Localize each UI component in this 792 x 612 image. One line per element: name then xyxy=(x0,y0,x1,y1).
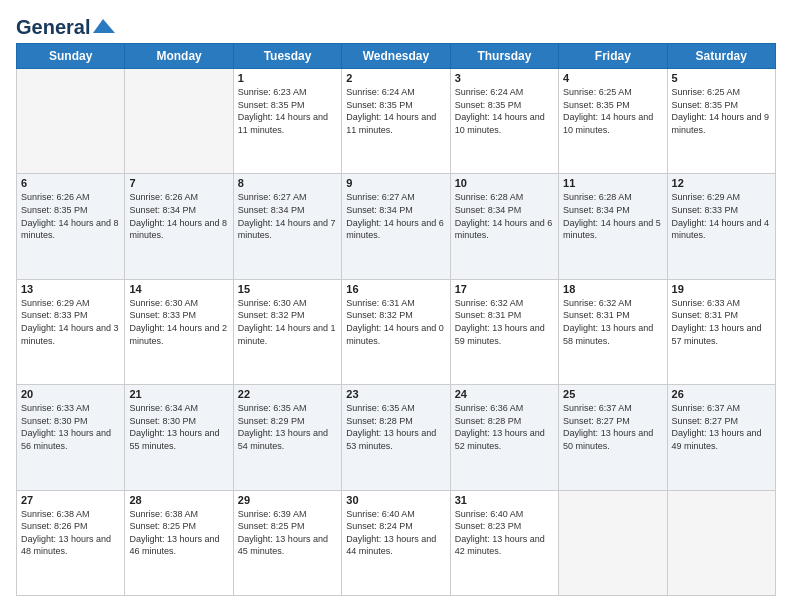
day-info: Sunrise: 6:33 AM Sunset: 8:30 PM Dayligh… xyxy=(21,402,120,452)
logo: General xyxy=(16,16,115,35)
calendar-cell: 5Sunrise: 6:25 AM Sunset: 8:35 PM Daylig… xyxy=(667,69,775,174)
day-info: Sunrise: 6:35 AM Sunset: 8:29 PM Dayligh… xyxy=(238,402,337,452)
day-number: 10 xyxy=(455,177,554,189)
day-number: 27 xyxy=(21,494,120,506)
dow-header-monday: Monday xyxy=(125,44,233,69)
calendar-cell: 24Sunrise: 6:36 AM Sunset: 8:28 PM Dayli… xyxy=(450,385,558,490)
calendar-cell: 23Sunrise: 6:35 AM Sunset: 8:28 PM Dayli… xyxy=(342,385,450,490)
week-row-4: 27Sunrise: 6:38 AM Sunset: 8:26 PM Dayli… xyxy=(17,490,776,595)
day-number: 21 xyxy=(129,388,228,400)
day-number: 1 xyxy=(238,72,337,84)
day-number: 3 xyxy=(455,72,554,84)
day-info: Sunrise: 6:27 AM Sunset: 8:34 PM Dayligh… xyxy=(346,191,445,241)
day-number: 4 xyxy=(563,72,662,84)
dow-header-saturday: Saturday xyxy=(667,44,775,69)
dow-header-thursday: Thursday xyxy=(450,44,558,69)
calendar-cell: 2Sunrise: 6:24 AM Sunset: 8:35 PM Daylig… xyxy=(342,69,450,174)
day-number: 6 xyxy=(21,177,120,189)
day-number: 20 xyxy=(21,388,120,400)
day-number: 17 xyxy=(455,283,554,295)
calendar-cell: 4Sunrise: 6:25 AM Sunset: 8:35 PM Daylig… xyxy=(559,69,667,174)
day-info: Sunrise: 6:33 AM Sunset: 8:31 PM Dayligh… xyxy=(672,297,771,347)
logo-icon xyxy=(93,19,115,33)
day-info: Sunrise: 6:27 AM Sunset: 8:34 PM Dayligh… xyxy=(238,191,337,241)
logo-text-general: General xyxy=(16,16,90,39)
calendar-cell: 31Sunrise: 6:40 AM Sunset: 8:23 PM Dayli… xyxy=(450,490,558,595)
calendar-cell: 3Sunrise: 6:24 AM Sunset: 8:35 PM Daylig… xyxy=(450,69,558,174)
calendar-cell xyxy=(17,69,125,174)
calendar-cell xyxy=(125,69,233,174)
svg-marker-0 xyxy=(93,19,115,33)
day-number: 19 xyxy=(672,283,771,295)
day-info: Sunrise: 6:32 AM Sunset: 8:31 PM Dayligh… xyxy=(455,297,554,347)
day-number: 9 xyxy=(346,177,445,189)
calendar-cell: 10Sunrise: 6:28 AM Sunset: 8:34 PM Dayli… xyxy=(450,174,558,279)
day-number: 31 xyxy=(455,494,554,506)
calendar-cell: 16Sunrise: 6:31 AM Sunset: 8:32 PM Dayli… xyxy=(342,279,450,384)
day-info: Sunrise: 6:36 AM Sunset: 8:28 PM Dayligh… xyxy=(455,402,554,452)
day-info: Sunrise: 6:40 AM Sunset: 8:24 PM Dayligh… xyxy=(346,508,445,558)
dow-header-friday: Friday xyxy=(559,44,667,69)
day-number: 13 xyxy=(21,283,120,295)
calendar-cell: 12Sunrise: 6:29 AM Sunset: 8:33 PM Dayli… xyxy=(667,174,775,279)
calendar-cell: 22Sunrise: 6:35 AM Sunset: 8:29 PM Dayli… xyxy=(233,385,341,490)
calendar-cell: 30Sunrise: 6:40 AM Sunset: 8:24 PM Dayli… xyxy=(342,490,450,595)
calendar-cell: 27Sunrise: 6:38 AM Sunset: 8:26 PM Dayli… xyxy=(17,490,125,595)
week-row-3: 20Sunrise: 6:33 AM Sunset: 8:30 PM Dayli… xyxy=(17,385,776,490)
week-row-1: 6Sunrise: 6:26 AM Sunset: 8:35 PM Daylig… xyxy=(17,174,776,279)
day-number: 8 xyxy=(238,177,337,189)
day-number: 16 xyxy=(346,283,445,295)
day-info: Sunrise: 6:25 AM Sunset: 8:35 PM Dayligh… xyxy=(672,86,771,136)
calendar-cell: 13Sunrise: 6:29 AM Sunset: 8:33 PM Dayli… xyxy=(17,279,125,384)
calendar-cell: 15Sunrise: 6:30 AM Sunset: 8:32 PM Dayli… xyxy=(233,279,341,384)
day-info: Sunrise: 6:28 AM Sunset: 8:34 PM Dayligh… xyxy=(563,191,662,241)
day-info: Sunrise: 6:28 AM Sunset: 8:34 PM Dayligh… xyxy=(455,191,554,241)
week-row-0: 1Sunrise: 6:23 AM Sunset: 8:35 PM Daylig… xyxy=(17,69,776,174)
day-number: 26 xyxy=(672,388,771,400)
days-of-week-row: SundayMondayTuesdayWednesdayThursdayFrid… xyxy=(17,44,776,69)
day-info: Sunrise: 6:34 AM Sunset: 8:30 PM Dayligh… xyxy=(129,402,228,452)
calendar-cell: 29Sunrise: 6:39 AM Sunset: 8:25 PM Dayli… xyxy=(233,490,341,595)
day-info: Sunrise: 6:24 AM Sunset: 8:35 PM Dayligh… xyxy=(346,86,445,136)
calendar-cell xyxy=(559,490,667,595)
day-info: Sunrise: 6:37 AM Sunset: 8:27 PM Dayligh… xyxy=(563,402,662,452)
page: General SundayMondayTuesdayWednesdayThur… xyxy=(0,0,792,612)
day-info: Sunrise: 6:38 AM Sunset: 8:25 PM Dayligh… xyxy=(129,508,228,558)
day-info: Sunrise: 6:32 AM Sunset: 8:31 PM Dayligh… xyxy=(563,297,662,347)
day-number: 23 xyxy=(346,388,445,400)
calendar-cell: 19Sunrise: 6:33 AM Sunset: 8:31 PM Dayli… xyxy=(667,279,775,384)
day-number: 30 xyxy=(346,494,445,506)
calendar-cell: 21Sunrise: 6:34 AM Sunset: 8:30 PM Dayli… xyxy=(125,385,233,490)
day-info: Sunrise: 6:23 AM Sunset: 8:35 PM Dayligh… xyxy=(238,86,337,136)
day-number: 24 xyxy=(455,388,554,400)
dow-header-wednesday: Wednesday xyxy=(342,44,450,69)
logo-block: General xyxy=(16,16,115,39)
day-number: 5 xyxy=(672,72,771,84)
dow-header-sunday: Sunday xyxy=(17,44,125,69)
calendar-cell: 8Sunrise: 6:27 AM Sunset: 8:34 PM Daylig… xyxy=(233,174,341,279)
day-info: Sunrise: 6:35 AM Sunset: 8:28 PM Dayligh… xyxy=(346,402,445,452)
calendar-cell: 9Sunrise: 6:27 AM Sunset: 8:34 PM Daylig… xyxy=(342,174,450,279)
calendar-cell: 25Sunrise: 6:37 AM Sunset: 8:27 PM Dayli… xyxy=(559,385,667,490)
calendar-cell: 28Sunrise: 6:38 AM Sunset: 8:25 PM Dayli… xyxy=(125,490,233,595)
day-info: Sunrise: 6:25 AM Sunset: 8:35 PM Dayligh… xyxy=(563,86,662,136)
calendar-cell: 14Sunrise: 6:30 AM Sunset: 8:33 PM Dayli… xyxy=(125,279,233,384)
day-info: Sunrise: 6:26 AM Sunset: 8:34 PM Dayligh… xyxy=(129,191,228,241)
day-number: 25 xyxy=(563,388,662,400)
day-info: Sunrise: 6:30 AM Sunset: 8:32 PM Dayligh… xyxy=(238,297,337,347)
calendar-cell xyxy=(667,490,775,595)
header: General xyxy=(16,16,776,35)
day-number: 2 xyxy=(346,72,445,84)
day-number: 11 xyxy=(563,177,662,189)
day-number: 22 xyxy=(238,388,337,400)
day-number: 14 xyxy=(129,283,228,295)
day-info: Sunrise: 6:37 AM Sunset: 8:27 PM Dayligh… xyxy=(672,402,771,452)
dow-header-tuesday: Tuesday xyxy=(233,44,341,69)
calendar-cell: 17Sunrise: 6:32 AM Sunset: 8:31 PM Dayli… xyxy=(450,279,558,384)
day-info: Sunrise: 6:38 AM Sunset: 8:26 PM Dayligh… xyxy=(21,508,120,558)
day-number: 15 xyxy=(238,283,337,295)
week-row-2: 13Sunrise: 6:29 AM Sunset: 8:33 PM Dayli… xyxy=(17,279,776,384)
day-info: Sunrise: 6:24 AM Sunset: 8:35 PM Dayligh… xyxy=(455,86,554,136)
day-info: Sunrise: 6:26 AM Sunset: 8:35 PM Dayligh… xyxy=(21,191,120,241)
day-info: Sunrise: 6:29 AM Sunset: 8:33 PM Dayligh… xyxy=(21,297,120,347)
